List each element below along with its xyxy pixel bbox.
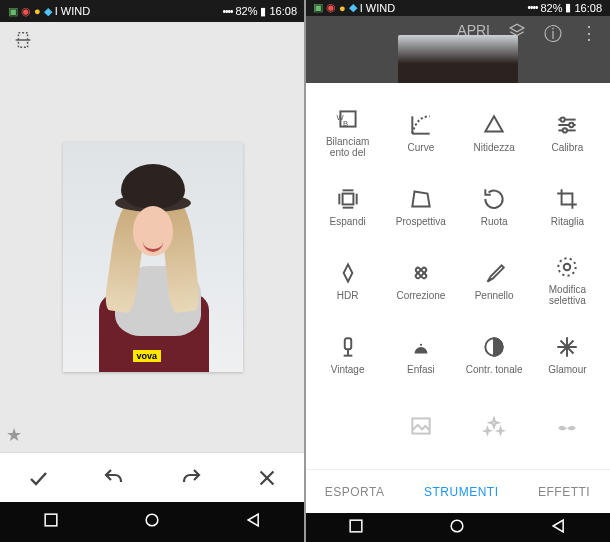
close-button[interactable] (247, 458, 287, 498)
tool-image[interactable] (384, 391, 457, 465)
svg-point-32 (420, 344, 422, 346)
hdr-icon (335, 260, 361, 286)
bookmark-icon[interactable]: ★ (6, 424, 22, 446)
white-balance-icon: WB (335, 106, 361, 132)
tool-label: Pennello (475, 290, 514, 301)
tool-modifica-selettiva[interactable]: Modifica selettiva (531, 243, 604, 317)
nav-back-icon[interactable] (549, 516, 569, 540)
status-bar-right: 16:08 ▮ 82% •••• I WIND ◆ ● ◉ ▣ (305, 0, 610, 16)
svg-marker-37 (553, 520, 563, 532)
nav-recent-icon[interactable] (41, 510, 61, 534)
tool-label: Enfasi (407, 364, 435, 375)
tool-sparks[interactable] (458, 391, 531, 465)
battery-pct: 82% (235, 5, 257, 17)
tool-grid: Calibra Nitidezza Curve WB Bilanciam ent… (305, 91, 610, 469)
notif-icon-3: ◉ (21, 5, 31, 18)
tool-nitidezza[interactable]: Nitidezza (458, 95, 531, 169)
svg-point-27 (559, 259, 576, 276)
tool-ritaglia[interactable]: Ritaglia (531, 169, 604, 243)
tool-pennello[interactable]: Pennello (458, 243, 531, 317)
signal-icon: •••• (222, 6, 232, 17)
svg-marker-4 (248, 514, 258, 526)
sparks-icon (481, 413, 507, 439)
tool-correzione[interactable]: Correzione (384, 243, 457, 317)
svg-point-11 (561, 117, 565, 121)
tool-prospettiva[interactable]: Prospettiva (384, 169, 457, 243)
perspective-icon (408, 186, 434, 212)
photo-preview[interactable]: vova (63, 142, 243, 372)
expand-icon (335, 186, 361, 212)
tool-label: Nitidezza (474, 142, 515, 153)
editor-panel: 16:08 ▮ 82% •••• I WIND ◆ ● ◉ ▣ (0, 0, 305, 542)
nav-back-icon[interactable] (244, 510, 264, 534)
drama-icon (408, 334, 434, 360)
tune-icon (554, 112, 580, 138)
nav-home-icon[interactable] (142, 510, 162, 534)
confirm-button[interactable] (18, 458, 58, 498)
tool-label: Modifica selettiva (535, 284, 599, 306)
battery-icon: ▮ (565, 1, 571, 14)
tool-espandi[interactable]: Espandi (311, 169, 384, 243)
bottom-tabs: EFFETTI STRUMENTI ESPORTA (305, 469, 610, 513)
tool-ruota[interactable]: Ruota (458, 169, 531, 243)
home-thumb (398, 35, 518, 83)
tool-enfasi[interactable]: Enfasi (384, 317, 457, 391)
carrier: I WIND (360, 2, 395, 14)
svg-rect-39 (350, 520, 362, 532)
tab-esporta[interactable]: ESPORTA (315, 479, 395, 505)
editor-bottombar (0, 452, 305, 502)
redo-button[interactable] (171, 458, 211, 498)
tab-strumenti[interactable]: STRUMENTI (414, 479, 509, 505)
panel-divider (304, 0, 306, 542)
tool-contr-tonale[interactable]: Contr. tonale (458, 317, 531, 391)
svg-point-12 (570, 123, 574, 127)
tool-label: Ruota (481, 216, 508, 227)
tool-mustache[interactable] (531, 391, 604, 465)
svg-text:B: B (343, 119, 348, 128)
svg-rect-33 (344, 338, 351, 349)
svg-rect-21 (342, 193, 353, 204)
notif-icon: ◆ (349, 1, 357, 14)
svg-marker-14 (485, 116, 502, 131)
info-icon[interactable]: ⓘ (544, 22, 562, 84)
tool-glamour[interactable]: Glamour (531, 317, 604, 391)
notif-icon-4: ▣ (313, 1, 323, 14)
svg-point-13 (563, 128, 567, 132)
android-navbar-left (0, 502, 305, 542)
tool-label: Contr. tonale (466, 364, 523, 375)
svg-marker-7 (510, 24, 524, 32)
tonal-icon (481, 334, 507, 360)
tool-label: Prospettiva (396, 216, 446, 227)
sparkle-icon (554, 334, 580, 360)
image-icon (408, 413, 434, 439)
tool-label: Ritaglia (551, 216, 584, 227)
menu-icon[interactable]: ⋮ (580, 22, 598, 84)
curves-icon (408, 112, 434, 138)
tool-bilanciamento[interactable]: WB Bilanciam ento del (311, 95, 384, 169)
signal-icon: •••• (527, 2, 537, 13)
clock: 16:08 (574, 2, 602, 14)
tool-vintage[interactable]: Vintage (311, 317, 384, 391)
tool-label: HDR (337, 290, 359, 301)
android-navbar-right (305, 513, 610, 542)
tool-curve[interactable]: Curve (384, 95, 457, 169)
svg-rect-36 (412, 419, 429, 434)
tool-label: Glamour (548, 364, 586, 375)
svg-point-38 (452, 520, 464, 532)
tab-effetti[interactable]: EFFETTI (528, 479, 600, 505)
undo-button[interactable] (94, 458, 134, 498)
battery-pct: 82% (540, 2, 562, 14)
tool-hdr[interactable]: HDR (311, 243, 384, 317)
tool-label: Correzione (396, 290, 445, 301)
editor-canvas[interactable]: vova ★ (0, 62, 305, 452)
crop-icon (554, 186, 580, 212)
crop-aspect-icon[interactable] (12, 29, 34, 55)
nav-recent-icon[interactable] (346, 516, 366, 540)
tool-label: Bilanciam ento del (316, 136, 380, 158)
tools-panel: 16:08 ▮ 82% •••• I WIND ◆ ● ◉ ▣ ⋮ ⓘ APRI… (305, 0, 610, 542)
nav-home-icon[interactable] (447, 516, 467, 540)
svg-point-26 (564, 264, 571, 271)
home-header: ⋮ ⓘ APRI (305, 16, 610, 84)
tool-calibra[interactable]: Calibra (531, 95, 604, 169)
carrier: I WIND (55, 5, 90, 17)
